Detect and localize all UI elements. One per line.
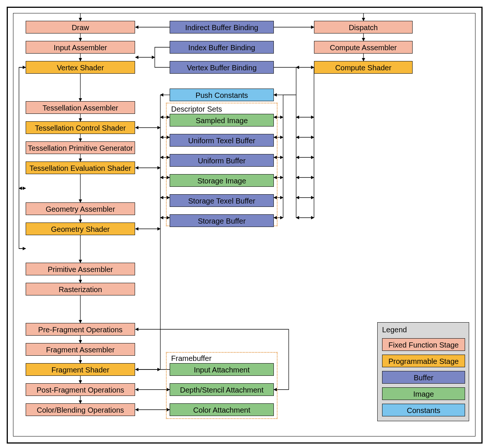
sampled-image: Sampled Image [170,114,274,127]
stage-rasterization: Rasterization [26,283,135,295]
stage-geom-shader: Geometry Shader [26,223,135,235]
storage-image: Storage Image [170,174,274,187]
stage-tess-control: Tessellation Control Shader [26,121,135,134]
stage-tess-assembler: Tessellation Assembler [26,101,135,114]
framebuffer-label: Framebuffer [171,354,212,363]
color-attachment: Color Attachment [170,403,274,416]
legend-image: Image [382,387,465,400]
stage-pre-fragment: Pre-Fragment Operations [26,323,135,336]
uniform-buffer: Uniform Buffer [170,154,274,167]
legend-programmable: Programmable Stage [382,355,465,367]
input-attachment: Input Attachment [170,363,274,376]
descriptor-sets-label: Descriptor Sets [171,105,222,113]
vertex-buffer-binding: Vertex Buffer Binding [170,61,274,74]
stage-fragment-shader: Fragment Shader [26,363,135,376]
stage-post-fragment: Post-Fragment Operations [26,383,135,396]
stage-draw: Draw [26,21,135,33]
stage-vertex-shader: Vertex Shader [26,61,135,74]
stage-geom-assembler: Geometry Assembler [26,202,135,215]
index-buffer-binding: Index Buffer Binding [170,41,274,54]
stage-frag-assembler: Fragment Assembler [26,343,135,356]
indirect-buffer-binding: Indirect Buffer Binding [170,21,274,33]
stage-compute-shader: Compute Shader [314,61,413,74]
storage-buffer: Storage Buffer [170,214,274,227]
legend-buffer: Buffer [382,371,465,384]
legend-constants: Constants [382,404,465,416]
stage-tess-prim-gen: Tessellation Primitive Generator [26,141,135,154]
stage-compute-assembler: Compute Assembler [314,41,413,54]
stage-tess-eval: Tessellation Evaluation Shader [26,161,135,174]
legend-title: Legend [382,326,407,334]
push-constants: Push Constants [170,89,274,101]
storage-texel-buffer: Storage Texel Buffer [170,194,274,207]
depth-stencil-attachment: Depth/Stencil Attachment [170,383,274,396]
stage-input-assembler: Input Assembler [26,41,135,54]
uniform-texel-buffer: Uniform Texel Buffer [170,134,274,147]
outer-frame: Draw Input Assembler Vertex Shader Tesse… [7,7,483,444]
stage-prim-assembler: Primitive Assembler [26,263,135,275]
inner-frame: Draw Input Assembler Vertex Shader Tesse… [13,13,475,436]
legend-fixed: Fixed Function Stage [382,338,465,351]
stage-color-blend: Color/Blending Operations [26,403,135,416]
stage-dispatch: Dispatch [314,21,413,33]
legend: Legend Fixed Function Stage Programmable… [377,322,469,421]
